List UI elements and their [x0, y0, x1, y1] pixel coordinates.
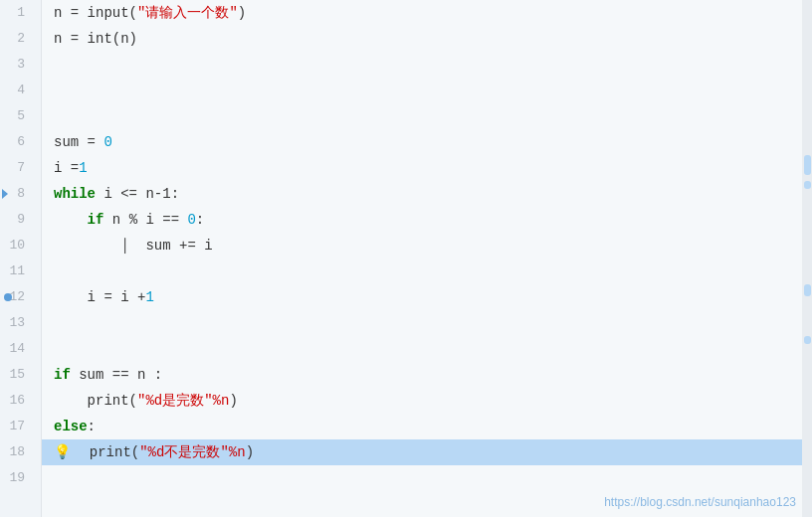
code-line-19 — [42, 465, 812, 491]
code-token: n = input( — [54, 0, 137, 26]
line-num-18: 18 — [0, 439, 33, 465]
code-line-1: n = input("请输入一个数") — [42, 0, 812, 26]
code-line-9: if n % i == 0: — [42, 207, 812, 233]
code-token-num: 1 — [79, 155, 87, 181]
code-token: │ sum += i — [54, 233, 213, 258]
code-token-str: "%d不是完数"%n — [139, 439, 245, 465]
code-line-12: i = i +1 — [42, 284, 812, 310]
code-token — [54, 207, 88, 233]
code-token: n = int(n) — [54, 26, 137, 52]
code-token-kw: else — [54, 414, 88, 439]
code-token-kw: while — [54, 181, 96, 207]
line-numbers: 1 2 3 4 5 6 7 8 9 10 11 12 13 14 15 16 1… — [0, 0, 42, 517]
code-token: i <= n-1: — [96, 181, 179, 207]
code-line-14 — [42, 336, 812, 362]
line-num-4: 4 — [0, 78, 33, 103]
line-num-13: 13 — [0, 310, 33, 336]
line-num-7: 7 — [0, 155, 33, 181]
code-token: sum == n : — [71, 362, 162, 388]
code-token-kw: if — [88, 207, 104, 233]
code-line-18: 💡 print("%d不是完数"%n) — [42, 439, 812, 465]
line-num-11: 11 — [0, 258, 33, 284]
code-area[interactable]: n = input("请输入一个数") n = int(n) sum = 0 i… — [42, 0, 812, 517]
code-line-16: print("%d是完数"%n) — [42, 388, 812, 414]
code-line-17: else: — [42, 414, 812, 439]
code-token: print( — [73, 439, 139, 465]
line-num-19: 19 — [0, 465, 33, 491]
code-lines: n = input("请输入一个数") n = int(n) sum = 0 i… — [42, 0, 812, 491]
code-token: ) — [229, 388, 237, 414]
code-line-15: if sum == n : — [42, 362, 812, 388]
code-line-10: │ sum += i — [42, 233, 812, 258]
code-line-8: while i <= n-1: — [42, 181, 812, 207]
line-num-17: 17 — [0, 414, 33, 439]
line-num-15: 15 — [0, 362, 33, 388]
line-num-2: 2 — [0, 26, 33, 52]
code-token-kw: if — [54, 362, 71, 388]
line-num-3: 3 — [0, 52, 33, 78]
code-line-6: sum = 0 — [42, 129, 812, 155]
line-num-8: 8 — [0, 181, 33, 207]
code-token: i = — [54, 155, 79, 181]
code-token: : — [196, 207, 204, 233]
code-line-11 — [42, 258, 812, 284]
code-line-7: i =1 — [42, 155, 812, 181]
line-num-1: 1 — [0, 0, 33, 26]
line-num-12: 12 — [0, 284, 33, 310]
code-token-str: "请输入一个数" — [137, 0, 238, 26]
code-token: n % i == — [103, 207, 187, 233]
code-token: : — [88, 414, 96, 439]
watermark: https://blog.csdn.net/sunqianhao123 — [604, 495, 796, 509]
scrollbar-thumb-1 — [804, 155, 811, 175]
code-token-num: 0 — [187, 207, 195, 233]
line-num-16: 16 — [0, 388, 33, 414]
code-token: i = i + — [54, 284, 145, 310]
scrollbar-thumb-2 — [804, 181, 811, 189]
line-num-9: 9 — [0, 207, 33, 233]
code-token: print( — [54, 388, 137, 414]
code-line-3 — [42, 52, 812, 78]
code-token-num: 0 — [103, 129, 111, 155]
code-token: ) — [246, 439, 254, 465]
code-line-4 — [42, 78, 812, 103]
code-line-5 — [42, 103, 812, 129]
line-num-10: 10 — [0, 233, 33, 258]
code-token-str: "%d是完数"%n — [137, 388, 229, 414]
editor-container: 1 2 3 4 5 6 7 8 9 10 11 12 13 14 15 16 1… — [0, 0, 812, 517]
code-token: sum = — [54, 129, 103, 155]
code-token: ) — [238, 0, 246, 26]
line-num-5: 5 — [0, 103, 33, 129]
scrollbar-thumb-4 — [804, 336, 811, 344]
scrollbar-track[interactable] — [802, 0, 812, 517]
line-num-14: 14 — [0, 336, 33, 362]
line-num-6: 6 — [0, 129, 33, 155]
code-line-13 — [42, 310, 812, 336]
code-token-bulb: 💡 — [54, 439, 71, 465]
code-token-num: 1 — [145, 284, 153, 310]
scrollbar-thumb-3 — [804, 284, 811, 296]
code-line-2: n = int(n) — [42, 26, 812, 52]
